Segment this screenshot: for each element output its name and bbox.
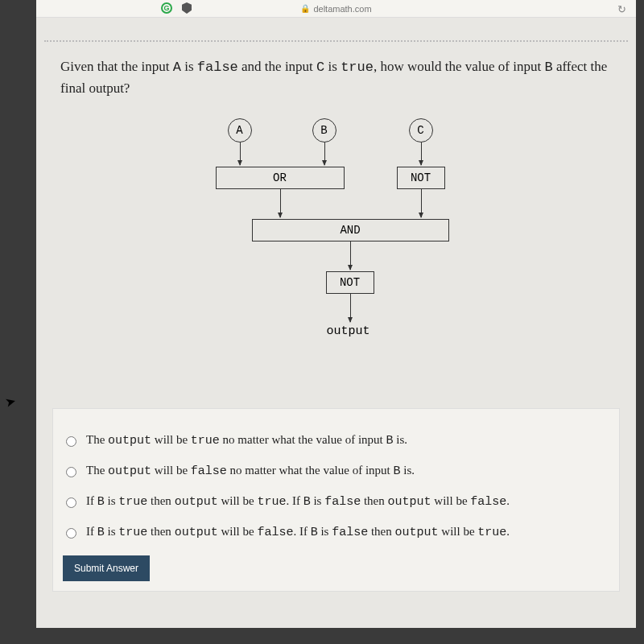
page-content: Given that the input A is false and the … xyxy=(36,18,636,592)
arrow xyxy=(350,294,351,322)
lock-icon: 🔒 xyxy=(300,4,310,13)
not-gate-1: NOT xyxy=(397,167,445,189)
option-2[interactable]: The output will be false no matter what … xyxy=(63,456,609,486)
radio-1[interactable] xyxy=(66,436,76,447)
option-3[interactable]: If B is true then output will be true. I… xyxy=(63,486,609,517)
input-c: C xyxy=(409,118,433,142)
arrow xyxy=(280,189,281,217)
logic-diagram: A B C OR NOT AND NOT output xyxy=(184,118,489,384)
submit-button[interactable]: Submit Answer xyxy=(63,555,150,581)
reload-icon[interactable]: ↻ xyxy=(617,3,626,15)
output-label: output xyxy=(327,324,370,338)
input-a: A xyxy=(228,118,252,142)
arrow xyxy=(421,189,422,217)
radio-3[interactable] xyxy=(66,497,76,508)
url-host: deltamath.com xyxy=(313,4,371,14)
radio-4[interactable] xyxy=(66,528,76,539)
radio-2[interactable] xyxy=(66,467,76,477)
option-4[interactable]: If B is true then output will be false. … xyxy=(63,517,609,547)
arrow xyxy=(324,142,325,165)
app-window: G 🔒 deltamath.com ↻ Given that the input… xyxy=(36,0,636,628)
answer-options: The output will be true no matter what t… xyxy=(52,408,620,592)
input-b: B xyxy=(312,118,336,142)
question-text: Given that the input A is false and the … xyxy=(36,56,636,98)
and-gate: AND xyxy=(252,219,449,242)
arrow xyxy=(240,142,241,165)
not-gate-2: NOT xyxy=(326,271,374,294)
option-1[interactable]: The output will be true no matter what t… xyxy=(63,425,609,456)
divider xyxy=(44,40,628,42)
or-gate: OR xyxy=(216,167,345,189)
shield-icon[interactable] xyxy=(182,2,192,14)
url-bar: G 🔒 deltamath.com ↻ xyxy=(36,0,636,18)
arrow xyxy=(421,142,422,165)
grammarly-icon[interactable]: G xyxy=(161,2,172,14)
arrow xyxy=(350,242,351,270)
cursor-pointer: ➤ xyxy=(3,394,17,411)
